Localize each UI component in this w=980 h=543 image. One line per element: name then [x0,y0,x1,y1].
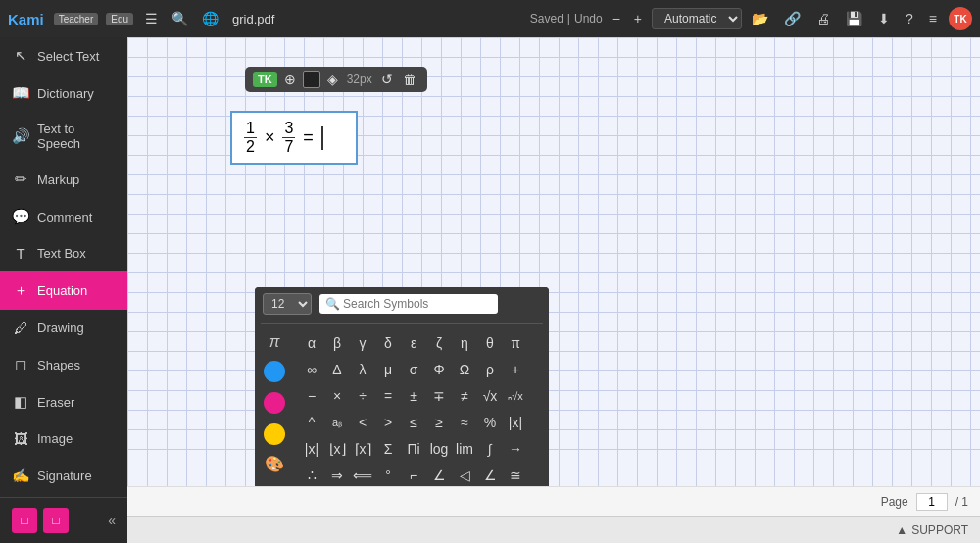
sidebar-item-equation[interactable]: ＋ Equation [0,272,127,310]
sym-abs2[interactable]: |x| [300,437,323,461]
sym-lambda[interactable]: λ [351,358,374,381]
sidebar-item-dictionary[interactable]: 📖 Dictionary [0,74,127,112]
color-yellow[interactable] [264,423,285,445]
sym-therefore[interactable]: ∴ [300,464,323,486]
sym-pi[interactable]: π [504,331,527,355]
sym-caret[interactable]: ^ [300,411,323,434]
sym-nsqrt[interactable]: ₙ√x [504,384,527,408]
sym-times[interactable]: × [325,384,349,408]
sym-gt[interactable]: > [376,411,400,434]
sidebar-item-drawing[interactable]: 🖊 Drawing [0,310,127,346]
palette-icon[interactable]: 🎨 [264,455,285,476]
mini-btn-2[interactable]: □ [43,508,69,533]
mini-btn-1[interactable]: □ [12,508,37,533]
sym-integral[interactable]: ∫ [478,437,502,461]
sym-minus[interactable]: − [300,384,323,408]
save-button[interactable]: 💾 [842,9,866,28]
share-button[interactable]: 🔗 [780,9,805,28]
help-button[interactable]: ? [902,9,917,28]
color-swatch[interactable] [303,71,320,88]
sidebar-item-shapes[interactable]: ◻ Shapes [0,346,127,383]
sym-prod[interactable]: Πi [402,437,425,461]
sidebar-item-signature[interactable]: ✍ Signature [0,457,127,494]
sym-corner[interactable]: ⌐ [402,464,425,486]
sym-plus[interactable]: + [504,358,527,381]
search-button[interactable]: 🔍 [168,9,192,28]
globe-icon[interactable]: 🌐 [198,9,222,28]
sym-implies[interactable]: ⇒ [325,464,349,486]
font-size-select[interactable]: 12 81014 161824 [263,293,312,315]
sym-phi[interactable]: Φ [427,358,451,381]
color-blue[interactable] [264,361,285,382]
sym-percent[interactable]: % [478,411,502,434]
sym-pm[interactable]: ± [402,384,425,408]
sym-div[interactable]: ÷ [351,384,374,408]
move-button[interactable]: ⊕ [281,71,299,88]
sym-mu[interactable]: μ [376,358,400,381]
sym-abs[interactable]: |x| [504,411,527,434]
sym-angle[interactable]: ∠ [427,464,451,486]
sidebar-item-markup[interactable]: ✏ Markup [0,161,127,198]
sym-theta[interactable]: θ [478,331,502,355]
support-bar[interactable]: ▲ SUPPORT [127,516,980,543]
sidebar-item-image[interactable]: 🖼 Image [0,420,127,457]
collapse-icon[interactable]: « [108,513,116,528]
menu-button[interactable]: ≡ [925,9,941,28]
download-button[interactable]: ⬇ [874,9,894,28]
pi-symbol[interactable]: π [270,333,280,351]
sym-delta[interactable]: δ [376,331,400,355]
sym-epsilon[interactable]: ε [402,331,425,355]
edu-badge: Edu [106,13,133,25]
sidebar-item-select-text[interactable]: ↖ Select Text [0,37,127,74]
sidebar-item-text-to-speech[interactable]: 🔊 Text to Speech [0,112,127,161]
panel-toggle-button[interactable]: ☰ [141,9,162,28]
sym-lt[interactable]: < [351,411,374,434]
sym-sigma[interactable]: Σ [376,437,400,461]
sym-infinity[interactable]: ∞ [300,358,323,381]
sym-approx[interactable]: ≈ [453,411,476,434]
print-button[interactable]: 🖨 [812,9,834,28]
sym-gamma[interactable]: γ [351,331,374,355]
sym-lim[interactable]: lim [453,437,476,461]
sym-mp[interactable]: ∓ [427,384,451,408]
symbol-search-input[interactable] [319,294,498,314]
sym-larrow[interactable]: ⟸ [351,464,374,486]
sym-angle2[interactable]: ∠ [478,464,502,486]
sym-sigma-lower[interactable]: σ [402,358,425,381]
zoom-in-button[interactable]: + [630,9,646,28]
sym-delta-upper[interactable]: Δ [325,358,349,381]
sym-eq[interactable]: = [376,384,400,408]
sym-rho[interactable]: ρ [478,358,502,381]
sym-zeta[interactable]: ζ [427,331,451,355]
delete-button[interactable]: 🗑 [400,71,419,88]
sym-omega[interactable]: Ω [453,358,476,381]
sym-ceil[interactable]: ⌈x⌉ [351,437,374,461]
folder-open-button[interactable]: 📂 [748,9,772,28]
sym-beta[interactable]: β [325,331,349,355]
math-box[interactable]: 1 2 × 3 7 = [230,111,358,165]
sym-leq[interactable]: ≤ [402,411,425,434]
sym-log[interactable]: log [427,437,451,461]
sym-neq[interactable]: ≠ [453,384,476,408]
sym-subscript[interactable]: aᵦ [325,411,349,434]
page-input[interactable] [916,493,948,511]
zoom-select[interactable]: Automatic [652,8,742,29]
sidebar-item-text-box[interactable]: T Text Box [0,235,127,272]
sym-degree[interactable]: ° [376,464,400,486]
sym-floor[interactable]: ⌊x⌋ [325,437,349,461]
undo-button[interactable]: Undo [574,12,603,25]
sym-sqrt[interactable]: √x [478,384,502,408]
color-pink[interactable] [264,392,285,414]
sym-cong[interactable]: ≅ [504,464,527,486]
sym-arrow[interactable]: → [504,437,527,461]
canvas-area[interactable]: TK ⊕ ◈ 32px ↺ 🗑 1 2 × 3 7 = [127,37,980,486]
fill-button[interactable]: ◈ [324,71,341,88]
sidebar-item-comment[interactable]: 💬 Comment [0,198,127,235]
sym-tri-left[interactable]: ◁ [453,464,476,486]
sym-eta[interactable]: η [453,331,476,355]
sym-geq[interactable]: ≥ [427,411,451,434]
zoom-out-button[interactable]: − [609,9,624,28]
sym-alpha[interactable]: α [300,331,323,355]
reset-button[interactable]: ↺ [378,71,396,88]
sidebar-item-eraser[interactable]: ◧ Eraser [0,383,127,420]
